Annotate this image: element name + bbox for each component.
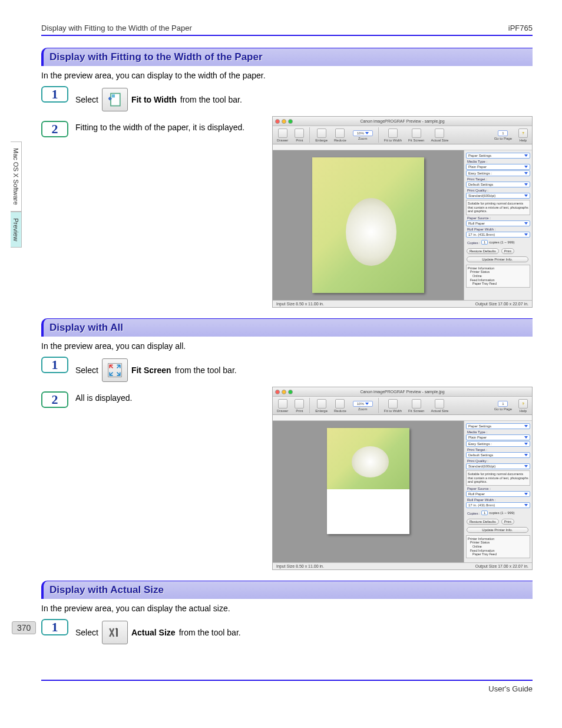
- fit-screen-button[interactable]: Fit Screen: [406, 398, 427, 413]
- ruler: [273, 144, 532, 150]
- preview-image: [327, 428, 409, 489]
- page-header: Display with Fitting to the Width of the…: [12, 24, 533, 35]
- print-button-panel[interactable]: Print: [501, 248, 514, 254]
- quality-description: Suitable for printing normal documents t…: [466, 200, 530, 215]
- paper-source-select[interactable]: Roll Paper: [466, 220, 530, 226]
- media-type-select[interactable]: Plain Paper: [466, 164, 530, 170]
- copies-input[interactable]: 1: [481, 240, 488, 245]
- fit-to-width-icon: [102, 88, 128, 111]
- footer-guide: User's Guide: [488, 684, 533, 693]
- zoom-field[interactable]: 10%Zoom: [351, 400, 375, 411]
- printer-info: Printer Information Printer Status Onlin…: [466, 535, 530, 558]
- paper-preview: [327, 428, 409, 534]
- toolbar: Drawer Print Enlarge Reduce 10%Zoom Fit …: [273, 126, 532, 144]
- section2-intro: In the preview area, you can display all…: [41, 341, 533, 351]
- help-button[interactable]: ?Help: [516, 128, 530, 143]
- step-number-2: 2: [41, 121, 68, 137]
- status-bar: Input Size 8.50 x 11.00 in. Output Size …: [273, 300, 532, 307]
- actual-size-button[interactable]: Actual Size: [428, 128, 451, 143]
- print-button[interactable]: Print: [292, 128, 306, 143]
- fit-width-button[interactable]: Fit to Width: [382, 398, 404, 413]
- enlarge-button[interactable]: Enlarge: [313, 128, 330, 143]
- side-tabs: Mac OS X Software Preview: [11, 141, 25, 248]
- preview-screenshot-fit-screen: Canon imagePROGRAF Preview - sample.jpg …: [272, 387, 533, 570]
- media-type-select[interactable]: Plain Paper: [466, 434, 530, 440]
- easy-settings-select[interactable]: Easy Settings :: [466, 170, 530, 176]
- side-tab-preview[interactable]: Preview: [11, 212, 22, 248]
- easy-settings-select[interactable]: Easy Settings :: [466, 441, 530, 447]
- page-footer: User's Guide: [41, 680, 533, 693]
- section2-step2-row: 2 All is displayed. Canon imagePROGRAF P…: [41, 387, 533, 570]
- fit-screen-icon: [102, 358, 128, 382]
- print-target-select[interactable]: Default Settings: [466, 182, 530, 187]
- actual-size-icon: [102, 621, 128, 644]
- preview-canvas[interactable]: [273, 421, 464, 562]
- section3-intro: In the preview area, you can display the…: [41, 604, 533, 613]
- preview-screenshot-fit-width: Canon imagePROGRAF Preview - sample.jpg …: [272, 116, 533, 308]
- enlarge-button[interactable]: Enlarge: [313, 398, 330, 413]
- print-quality-select[interactable]: Standard(600dpi): [466, 463, 530, 469]
- section1-step1: 1 Select Fit to Width from the tool bar.: [41, 86, 533, 111]
- step-number-2: 2: [41, 391, 68, 408]
- drawer-button[interactable]: Drawer: [275, 128, 290, 143]
- print-button[interactable]: Print: [292, 398, 306, 413]
- section1-intro: In the preview area, you can display to …: [41, 71, 533, 80]
- svg-rect-1: [112, 94, 115, 97]
- update-printer-info-button[interactable]: Update Printer Info.: [467, 256, 528, 262]
- update-printer-info-button[interactable]: Update Printer Info.: [467, 527, 528, 533]
- zoom-field[interactable]: 10%Zoom: [351, 130, 375, 141]
- fit-width-button[interactable]: Fit to Width: [382, 128, 404, 143]
- header-right: iPF765: [508, 24, 533, 32]
- print-quality-select[interactable]: Standard(600dpi): [466, 193, 530, 199]
- restore-defaults-button[interactable]: Restore Defaults: [467, 519, 499, 525]
- paper-settings-select[interactable]: Paper Settings: [466, 423, 530, 429]
- step-number-1: 1: [41, 86, 68, 103]
- settings-panel: Paper Settings Media Type : Plain Paper …: [464, 150, 532, 300]
- copies-input[interactable]: 1: [481, 510, 488, 515]
- reduce-button[interactable]: Reduce: [332, 398, 349, 413]
- printer-info: Printer Information Printer Status Onlin…: [466, 265, 530, 288]
- settings-panel: Paper Settings Media Type : Plain Paper …: [464, 421, 532, 562]
- paper-source-select[interactable]: Roll Paper: [466, 491, 530, 497]
- step-number-1: 1: [41, 357, 68, 373]
- content: Display with Fitting to the Width of the…: [41, 48, 533, 644]
- roll-width-select[interactable]: 17 in. (431.8mm): [466, 502, 530, 508]
- fit-screen-button[interactable]: Fit Screen: [406, 128, 427, 143]
- side-tab-software[interactable]: Mac OS X Software: [11, 141, 22, 212]
- section2-step1: 1 Select Fit Screen from the tool bar.: [41, 357, 533, 382]
- paper-settings-select[interactable]: Paper Settings: [466, 153, 530, 159]
- actual-size-button[interactable]: Actual Size: [428, 398, 451, 413]
- section-heading-display-all: Display with All: [41, 318, 533, 337]
- roll-width-select[interactable]: 17 in. (431.8mm): [466, 232, 530, 238]
- page-number: 370: [12, 621, 36, 634]
- section-heading-actual-size: Display with Actual Size: [41, 581, 533, 599]
- help-button[interactable]: ?Help: [516, 398, 530, 413]
- paper-preview: [312, 157, 424, 293]
- window-titlebar: Canon imagePROGRAF Preview - sample.jpg: [273, 117, 532, 126]
- header-rule: [41, 35, 533, 36]
- header-left: Display with Fitting to the Width of the…: [41, 24, 192, 32]
- print-target-select[interactable]: Default Settings: [466, 452, 530, 458]
- reduce-button[interactable]: Reduce: [332, 128, 349, 143]
- restore-defaults-button[interactable]: Restore Defaults: [467, 248, 499, 254]
- preview-canvas[interactable]: [273, 150, 464, 300]
- preview-image: [312, 157, 424, 293]
- section-heading-fit-width: Display with Fitting to the Width of the…: [41, 48, 533, 66]
- drawer-button[interactable]: Drawer: [275, 398, 290, 413]
- section1-step2-row: 2 Fitting to the width of the paper, it …: [41, 116, 533, 308]
- goto-page[interactable]: 1Go to Page: [492, 400, 514, 411]
- print-button-panel[interactable]: Print: [501, 519, 514, 525]
- section3-step1: 1 Select Actual Size from the tool bar.: [41, 619, 533, 644]
- step-number-1: 1: [41, 619, 68, 635]
- goto-page[interactable]: 1Go to Page: [492, 130, 514, 141]
